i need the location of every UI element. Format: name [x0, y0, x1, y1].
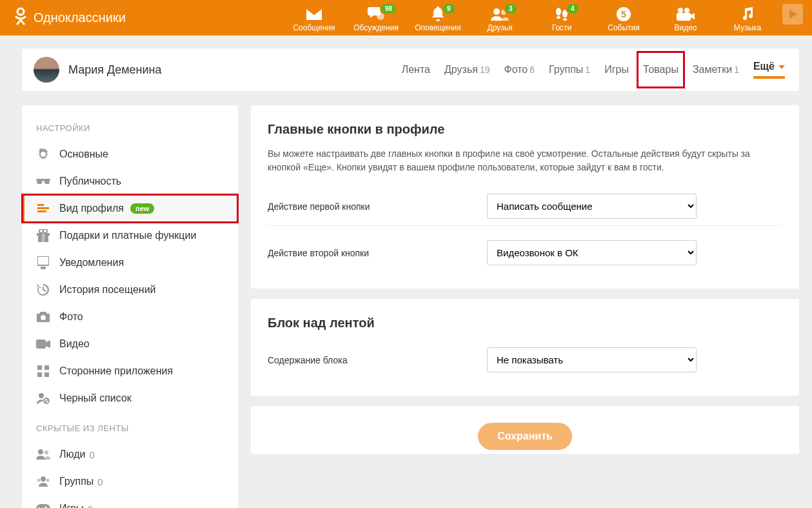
sidebar-heading-hidden: СКРЫТЫЕ ИЗ ЛЕНТЫ [22, 412, 238, 441]
sidebar-item-hidden-games[interactable]: Игры 0 [22, 495, 238, 508]
svg-point-7 [563, 18, 567, 21]
tab-friends[interactable]: Друзья19 [444, 64, 490, 76]
second-button-select[interactable]: Видеозвонок в ОК [487, 240, 697, 265]
svg-point-36 [46, 479, 50, 482]
header: Одноклассники Сообщения 98 Обсуждения 9 … [0, 0, 812, 36]
bell-icon [407, 6, 469, 22]
glasses-icon [36, 174, 50, 188]
svg-point-32 [38, 449, 43, 454]
nav-discussions[interactable]: 98 Обсуждения [345, 4, 407, 32]
gear-icon [36, 147, 50, 161]
svg-point-10 [678, 8, 683, 13]
nav-video[interactable]: Видео [655, 4, 717, 32]
panel-main-buttons: Главные кнопки в профиле Вы можете настр… [251, 105, 799, 289]
sidebar-item-privacy[interactable]: Публичность [22, 168, 238, 195]
layout-icon [36, 201, 50, 216]
nav-notifications[interactable]: 9 Оповещения [407, 4, 469, 32]
first-button-select[interactable]: Написать сообщение [487, 194, 697, 219]
nav-messages[interactable]: Сообщения [283, 4, 345, 32]
people-icon [36, 447, 50, 462]
tab-feed[interactable]: Лента [402, 64, 430, 76]
tab-notes[interactable]: Заметки1 [693, 64, 739, 76]
logo[interactable]: Одноклассники [13, 7, 126, 28]
play-button[interactable] [782, 4, 803, 25]
sidebar-item-history[interactable]: История посещений [22, 276, 238, 303]
svg-point-33 [45, 451, 48, 454]
avatar[interactable] [34, 57, 59, 83]
sidebar-item-apps[interactable]: Сторонние приложения [22, 358, 238, 385]
user-block-icon [36, 391, 50, 405]
gift-icon [36, 229, 50, 243]
video-icon [36, 337, 50, 351]
block-content-select[interactable]: Не показывать [487, 347, 697, 372]
sidebar-item-basic[interactable]: Основные [22, 141, 238, 168]
svg-rect-26 [45, 365, 49, 370]
sidebar-item-hidden-groups[interactable]: Группы 0 [22, 468, 238, 495]
sidebar-item-photo[interactable]: Фото [22, 303, 238, 330]
camera-icon [36, 310, 50, 324]
block-content-label: Содержание блока [268, 355, 487, 365]
friends-icon [469, 6, 531, 22]
svg-text:5: 5 [621, 9, 626, 19]
svg-point-11 [684, 8, 689, 13]
svg-rect-22 [41, 267, 46, 269]
sidebar-item-notifications[interactable]: Уведомления [22, 249, 238, 276]
svg-point-5 [557, 16, 560, 19]
tab-groups[interactable]: Группы1 [549, 64, 590, 76]
svg-point-20 [43, 229, 47, 233]
sidebar-item-video[interactable]: Видео [22, 330, 238, 358]
save-button[interactable]: Сохранить [478, 423, 572, 450]
second-button-label: Действие второй кнопки [268, 248, 487, 258]
ruble-circle-icon: 5 [593, 6, 655, 22]
sidebar-item-hidden-people[interactable]: Люди 0 [22, 441, 238, 468]
group-icon [36, 474, 50, 489]
panel-save: Сохранить [251, 406, 799, 454]
svg-rect-25 [37, 365, 42, 370]
settings-sidebar: НАСТРОЙКИ Основные Публичность Вид профи… [22, 105, 238, 508]
section-title: Блок над лентой [268, 316, 782, 330]
ok-logo-icon [13, 7, 28, 28]
svg-line-31 [45, 399, 48, 403]
device-icon [36, 256, 50, 270]
nav-friends[interactable]: 3 Друзья [469, 4, 531, 32]
svg-rect-28 [45, 372, 49, 377]
section-description: Вы можете настраивать две главных кнопки… [268, 147, 782, 174]
main-content: Главные кнопки в профиле Вы можете настр… [251, 105, 799, 454]
svg-point-35 [37, 479, 41, 482]
svg-point-0 [17, 8, 24, 15]
tab-products[interactable]: Товары [643, 64, 678, 76]
nav-guests[interactable]: 4 Гости [531, 4, 593, 32]
user-name[interactable]: Мария Деменина [68, 63, 162, 77]
tab-games[interactable]: Игры [604, 64, 629, 76]
panel-feed-block: Блок над лентой Содержание блока Не пока… [251, 299, 799, 396]
svg-rect-24 [36, 340, 46, 349]
profile-bar: Мария Деменина Лента Друзья19 Фото6 Груп… [22, 48, 799, 91]
history-icon [36, 283, 50, 297]
top-nav: Сообщения 98 Обсуждения 9 Оповещения 3 Д… [283, 4, 803, 32]
svg-rect-37 [36, 504, 50, 508]
footsteps-icon [531, 6, 593, 22]
chevron-down-icon [778, 65, 785, 69]
sidebar-heading-settings: НАСТРОЙКИ [22, 118, 238, 141]
first-button-label: Действие первой кнопки [268, 201, 487, 212]
nav-music[interactable]: Музыка [717, 4, 778, 32]
sidebar-item-gifts[interactable]: Подарки и платные функции [22, 222, 238, 249]
svg-rect-21 [37, 256, 49, 265]
svg-rect-14 [37, 207, 49, 209]
sidebar-item-profile-view[interactable]: Вид профиля new [22, 195, 238, 222]
music-note-icon [717, 6, 778, 22]
svg-point-23 [41, 315, 46, 320]
tab-photo[interactable]: Фото6 [504, 64, 535, 76]
apps-icon [36, 364, 50, 378]
svg-point-4 [556, 8, 561, 15]
svg-rect-13 [37, 204, 44, 206]
nav-events[interactable]: 5 События [593, 4, 655, 32]
svg-rect-27 [37, 372, 42, 377]
tab-more[interactable]: Ещё [753, 61, 785, 79]
gamepad-icon [36, 502, 50, 508]
svg-point-2 [493, 8, 500, 15]
video-camera-icon [655, 6, 717, 22]
envelope-icon [283, 6, 345, 22]
chat-icon [345, 6, 407, 22]
sidebar-item-blacklist[interactable]: Черный список [22, 385, 238, 412]
